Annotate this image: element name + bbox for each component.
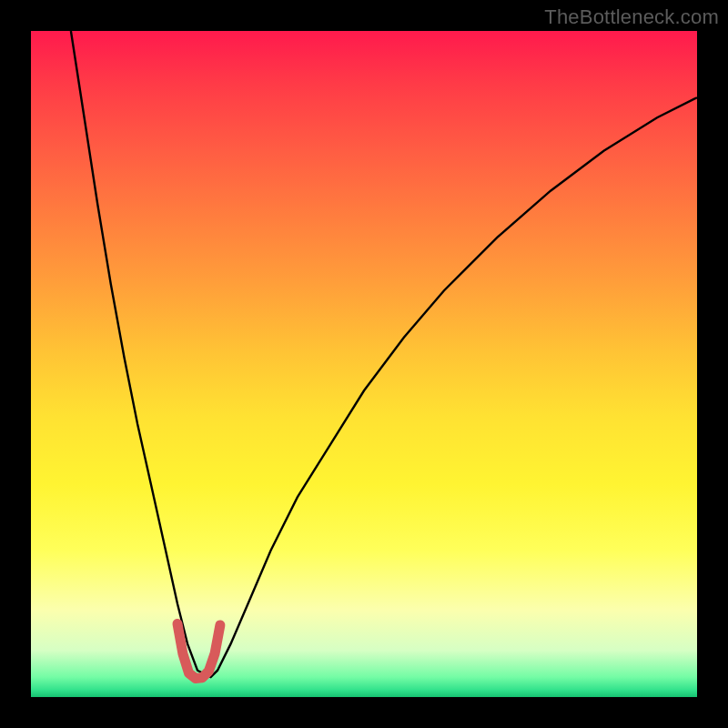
chart-frame: TheBottleneck.com [0,0,728,728]
curve-layer [31,31,697,697]
plot-area [31,31,697,697]
watermark-text: TheBottleneck.com [544,5,719,29]
bottleneck-curve [71,31,697,677]
